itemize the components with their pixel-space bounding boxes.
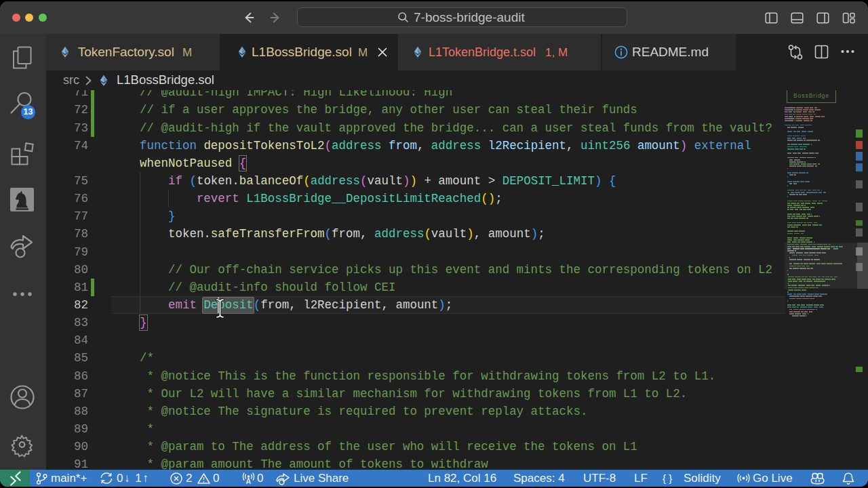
svg-text:BossBridge: BossBridge: [793, 92, 829, 99]
